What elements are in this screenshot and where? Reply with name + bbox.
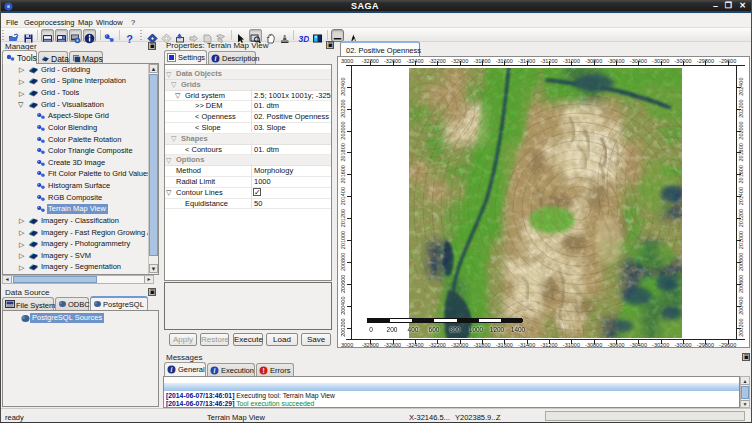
svg-text:i: i bbox=[215, 55, 217, 62]
svg-text:201600: 201600 bbox=[738, 165, 744, 183]
svg-text:201800: 201800 bbox=[340, 143, 346, 161]
svg-text:!: ! bbox=[262, 367, 264, 374]
svg-text:202400: 202400 bbox=[738, 78, 744, 96]
svg-text:202000: 202000 bbox=[738, 121, 744, 139]
svg-text:201200: 201200 bbox=[738, 209, 744, 227]
svg-text:202200: 202200 bbox=[738, 99, 744, 117]
svg-text:200800: 200800 bbox=[340, 253, 346, 271]
svg-text:201200: 201200 bbox=[340, 209, 346, 227]
svg-text:200800: 200800 bbox=[738, 253, 744, 271]
svg-text:202200: 202200 bbox=[340, 99, 346, 117]
svg-text:201400: 201400 bbox=[738, 187, 744, 205]
svg-text:201600: 201600 bbox=[340, 165, 346, 183]
svg-text:202000: 202000 bbox=[340, 121, 346, 139]
svg-text:201000: 201000 bbox=[340, 231, 346, 249]
svg-text:201000: 201000 bbox=[738, 231, 744, 249]
svg-text:201400: 201400 bbox=[340, 187, 346, 205]
svg-text:200400: 200400 bbox=[340, 297, 346, 315]
svg-text:200400: 200400 bbox=[738, 297, 744, 315]
svg-text:i: i bbox=[214, 367, 216, 374]
svg-text:200600: 200600 bbox=[340, 275, 346, 293]
svg-text:200200: 200200 bbox=[340, 318, 346, 336]
svg-text:200600: 200600 bbox=[738, 275, 744, 293]
svg-text:201800: 201800 bbox=[738, 143, 744, 161]
svg-text:200200: 200200 bbox=[738, 318, 744, 336]
svg-text:202400: 202400 bbox=[340, 78, 346, 96]
svg-text:i: i bbox=[171, 366, 173, 373]
